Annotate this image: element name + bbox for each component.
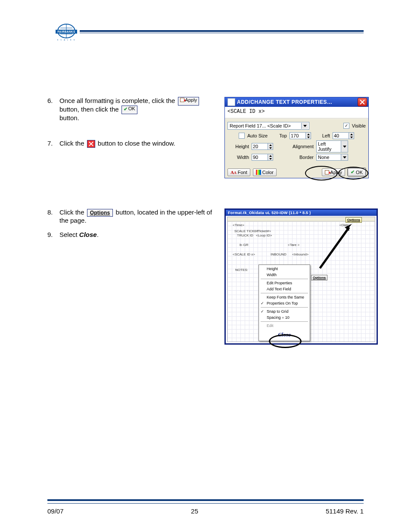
width-label: Width xyxy=(227,155,249,160)
options-button-canvas[interactable]: Options xyxy=(346,217,362,223)
width-value[interactable] xyxy=(252,154,268,160)
footer-page-number: 25 xyxy=(64,507,326,515)
arrow-annotation xyxy=(312,222,359,270)
menu-item-snap-to-grid[interactable]: Snap to Grid xyxy=(259,308,310,314)
border-value: None xyxy=(317,154,341,160)
step-6-text-c: button. xyxy=(59,114,79,121)
menu-separator xyxy=(261,279,308,279)
dialog-ok-button[interactable]: ✔OK xyxy=(348,168,366,176)
font-button[interactable]: AA Font xyxy=(227,168,250,176)
step-7-text-a: Click the xyxy=(59,140,86,147)
svg-text:S C A L E S: S C A L E S xyxy=(57,39,76,41)
alignment-value: Left Justify xyxy=(317,141,341,152)
field-truck-id-label: TRUCK ID xyxy=(237,233,253,237)
footer-date: 09/07 xyxy=(47,507,64,515)
dialog-apply-label: Apply xyxy=(330,170,342,175)
options-button-inline[interactable]: Options xyxy=(87,209,113,217)
step-9-number: 9. xyxy=(47,231,59,239)
step-6-number: 6. xyxy=(47,97,59,122)
height-label: Height xyxy=(227,144,249,149)
menu-item-spacing[interactable]: Spacing = 10 xyxy=(259,314,310,320)
field-inbound-label: INBOUND xyxy=(271,252,286,256)
height-spinner[interactable] xyxy=(252,143,273,150)
step-7-number: 7. xyxy=(47,140,59,148)
top-label: Top xyxy=(276,133,287,138)
step-9-close-word: Close xyxy=(79,231,97,238)
step-8-number: 8. xyxy=(47,208,59,225)
menu-item-height[interactable]: Height xyxy=(259,266,310,272)
check-icon: ✔ xyxy=(124,107,128,112)
add-change-text-properties-dialog: ADD/CHANGE TEXT PROPERTIES… <SCALE ID x>… xyxy=(224,97,369,178)
left-spinner[interactable] xyxy=(333,132,354,139)
chevron-down-icon xyxy=(341,141,348,152)
ok-button-inline[interactable]: ✔OK xyxy=(121,106,137,114)
check-icon: ✔ xyxy=(351,169,355,175)
color-button-label: Color xyxy=(262,170,274,175)
exit-arrow-icon xyxy=(325,170,329,174)
report-field-value: Report Field 17... <Scale ID> xyxy=(229,123,301,129)
field-ticket: <Ticket#> xyxy=(256,229,271,233)
footer-rule xyxy=(47,499,364,501)
auto-size-checkbox[interactable] xyxy=(239,133,245,139)
color-button[interactable]: Color xyxy=(253,168,277,176)
footer-doc-rev: 51149 Rev. 1 xyxy=(326,507,364,515)
menu-item-properties-on-top[interactable]: Properties On Top xyxy=(259,300,310,306)
border-label: Border xyxy=(291,155,314,160)
step-9-text-b: . xyxy=(97,231,99,238)
mini-options-button[interactable]: Options xyxy=(311,275,327,280)
menu-item-keep-fonts[interactable]: Keep Fonts the Same xyxy=(259,294,310,300)
apply-button-label: Apply xyxy=(185,97,197,103)
app-icon xyxy=(227,98,235,106)
left-label: Left xyxy=(320,133,330,138)
dialog-apply-button[interactable]: Apply xyxy=(322,168,346,176)
field-notes: NOTES: xyxy=(235,268,248,272)
step-6-text-b: button, then click the xyxy=(59,106,121,113)
svg-text:FAIRBANKS: FAIRBANKS xyxy=(57,30,75,33)
menu-separator xyxy=(261,321,308,322)
step-7-text-b: button to close the window. xyxy=(98,140,175,147)
report-field-combo[interactable]: Report Field 17... <Scale ID> xyxy=(227,122,309,130)
height-value[interactable] xyxy=(252,143,268,149)
field-inbound: <Inbound> xyxy=(292,252,308,256)
step-9-text-a: Select xyxy=(59,231,79,238)
field-scale-ticket-label: SCALE TICKET xyxy=(234,229,259,233)
chevron-down-icon xyxy=(341,154,348,160)
alignment-dropdown[interactable]: Left Justify xyxy=(316,140,348,152)
menu-item-width[interactable]: Width xyxy=(259,272,310,278)
step-9-body: Select Close. xyxy=(59,231,218,239)
visible-checkbox[interactable] xyxy=(343,123,349,129)
menu-item-add-text-field[interactable]: Add Text Field xyxy=(259,286,310,292)
top-value[interactable] xyxy=(290,133,305,139)
svg-line-4 xyxy=(320,227,349,268)
font-icon: AA xyxy=(230,170,237,175)
step-6-text-a: Once all formatting is complete, click t… xyxy=(59,97,177,104)
apply-button-inline[interactable]: Apply xyxy=(178,97,199,106)
dialog-title: ADD/CHANGE TEXT PROPERTIES… xyxy=(237,99,358,105)
field-scale-id: <SCALE ID x> xyxy=(233,252,255,256)
color-icon xyxy=(256,170,261,175)
menu-item-close[interactable]: Close xyxy=(271,331,297,338)
header-rule-thin xyxy=(80,33,364,33)
format-designer-window: Format.tk_Okidata uL 520-IDW (11.0 * 8.5… xyxy=(224,208,378,345)
step-7-body: Click the button to close the window. xyxy=(59,140,218,148)
dialog-close-button[interactable] xyxy=(358,98,367,106)
field-time: <Time> xyxy=(233,223,244,227)
chevron-down-icon xyxy=(301,123,308,129)
top-spinner[interactable] xyxy=(290,132,311,139)
options-button-label: Options xyxy=(90,210,110,216)
ok-button-label: OK xyxy=(128,106,135,111)
step-6-body: Once all formatting is complete, click t… xyxy=(59,97,218,122)
fairbanks-logo: FAIRBANKS S C A L E S xyxy=(54,22,79,43)
header-rule xyxy=(80,30,364,32)
exit-arrow-icon xyxy=(180,98,184,102)
menu-item-edit-properties[interactable]: Edit Properties xyxy=(259,280,310,286)
close-x-icon[interactable] xyxy=(87,140,95,148)
menu-item-edit[interactable]: Edit xyxy=(259,323,310,329)
field-date: <Date> xyxy=(339,223,351,227)
sample-field-text: <SCALE ID x> xyxy=(227,109,366,115)
footer-rule-thin xyxy=(47,503,364,504)
left-value[interactable] xyxy=(333,133,349,139)
border-dropdown[interactable]: None xyxy=(316,154,348,161)
width-spinner[interactable] xyxy=(252,154,273,161)
designer-canvas: Options <Time> <Date> SCALE TICKET <Tick… xyxy=(227,217,375,342)
